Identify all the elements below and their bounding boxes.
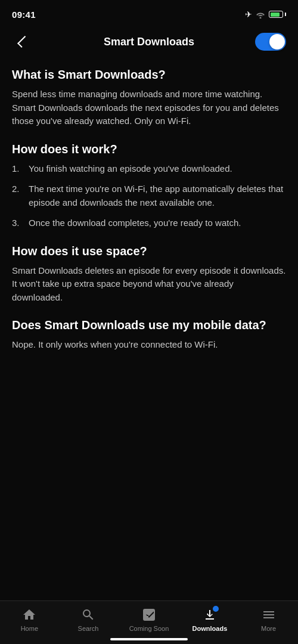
list-item-2: 2. The next time you're on Wi-Fi, the ap… <box>12 182 286 209</box>
main-content: What is Smart Downloads? Spend less time… <box>0 61 298 428</box>
nav-label-more: More <box>261 625 276 632</box>
back-button[interactable] <box>12 32 31 51</box>
section-body-what-is: Spend less time managing downloads and m… <box>12 88 286 128</box>
nav-item-coming-soon[interactable]: Coming Soon <box>129 607 169 632</box>
wifi-icon <box>256 11 265 18</box>
list-item-1: 1. You finish watching an episode you've… <box>12 162 286 176</box>
downloads-icon <box>202 607 218 623</box>
back-chevron-icon <box>17 36 29 48</box>
nav-item-home[interactable]: Home <box>11 607 47 632</box>
list-text-1: You finish watching an episode you've do… <box>29 162 286 176</box>
top-nav: Smart Downloads <box>0 26 298 61</box>
list-number-1: 1. <box>12 162 29 176</box>
section-title-space: How does it use space? <box>12 244 286 258</box>
list-text-3: Once the download completes, you're read… <box>29 216 286 230</box>
section-body-mobile: Nope. It only works when you're connecte… <box>12 338 286 352</box>
list-number-3: 3. <box>12 216 29 230</box>
status-bar: 09:41 ✈ <box>0 0 298 26</box>
section-body-space: Smart Downloads deletes an episode for e… <box>12 264 286 305</box>
list-text-2: The next time you're on Wi-Fi, the app a… <box>29 182 286 209</box>
search-icon <box>80 607 96 623</box>
nav-label-downloads: Downloads <box>193 625 228 632</box>
section-title-mobile: Does Smart Downloads use my mobile data? <box>12 318 286 332</box>
nav-item-search[interactable]: Search <box>70 607 106 632</box>
battery-icon <box>269 11 286 18</box>
downloads-badge <box>212 605 220 613</box>
coming-soon-icon <box>141 607 157 623</box>
nav-label-coming-soon: Coming Soon <box>129 625 169 632</box>
nav-label-search: Search <box>78 625 99 632</box>
status-time: 09:41 <box>12 10 36 20</box>
smart-downloads-toggle[interactable] <box>255 33 286 51</box>
page-title: Smart Downloads <box>104 36 194 48</box>
nav-label-home: Home <box>21 625 38 632</box>
nav-item-more[interactable]: More <box>251 607 287 632</box>
section-title-what-is: What is Smart Downloads? <box>12 68 286 82</box>
more-icon <box>261 607 277 623</box>
status-icons: ✈ <box>245 10 286 19</box>
how-it-works-list: 1. You finish watching an episode you've… <box>12 162 286 230</box>
section-title-how-works: How does it work? <box>12 143 286 156</box>
list-item-3: 3. Once the download completes, you're r… <box>12 216 286 230</box>
nav-item-downloads[interactable]: Downloads <box>192 607 228 632</box>
home-indicator <box>110 638 188 640</box>
list-number-2: 2. <box>12 182 29 196</box>
toggle-knob <box>269 34 285 49</box>
airplane-icon: ✈ <box>245 10 252 19</box>
home-icon <box>21 607 37 623</box>
